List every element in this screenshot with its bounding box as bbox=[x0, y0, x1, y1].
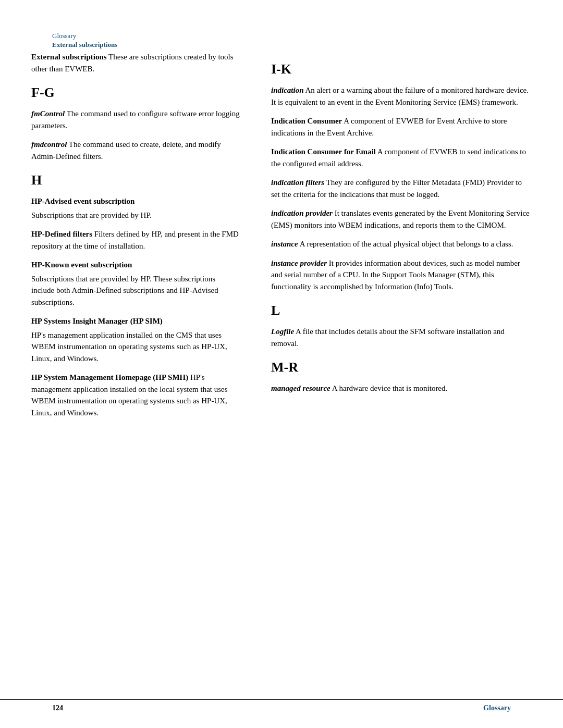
section-header-l: L bbox=[271, 303, 532, 318]
term-indication: indication bbox=[271, 86, 304, 94]
term-logfile: Logfile bbox=[271, 327, 294, 336]
entry-fmcontrol: fmControl The command used to configure … bbox=[31, 108, 240, 131]
entry-indication: indication An alert or a warning about t… bbox=[271, 84, 532, 108]
term-fmcontrol: fmControl bbox=[31, 109, 65, 118]
section-header-mr: M-R bbox=[271, 360, 532, 375]
entry-indication-consumer: Indication Consumer A component of EVWEB… bbox=[271, 115, 532, 139]
entry-hp-known: HP-Known event subscription Subscription… bbox=[31, 259, 240, 308]
entry-indication-filters: indication filters They are configured b… bbox=[271, 177, 532, 200]
subhead-hp-known: HP-Known event subscription bbox=[31, 259, 240, 271]
entry-instance-provider: instance provider It provides informatio… bbox=[271, 257, 532, 293]
term-indication-provider: indication provider bbox=[271, 209, 333, 217]
term-external-subscriptions: External subscriptions bbox=[31, 53, 107, 61]
term-fmdcontrol: fmdcontrol bbox=[31, 140, 67, 149]
section-header-h: H bbox=[31, 172, 240, 188]
term-indication-filters: indication filters bbox=[271, 178, 324, 187]
term-hp-defined-filters: HP-Defined filters bbox=[31, 230, 92, 238]
entry-hp-sim: HP Systems Insight Manager (HP SIM) HP's… bbox=[31, 315, 240, 364]
section-header-ik: I-K bbox=[271, 61, 532, 77]
breadcrumb-current[interactable]: External subscriptions bbox=[52, 41, 117, 48]
entry-hp-advised: HP-Advised event subscription Subscripti… bbox=[31, 195, 240, 221]
term-instance-provider: instance provider bbox=[271, 259, 327, 267]
breadcrumb-parent[interactable]: Glossary bbox=[52, 32, 76, 40]
entry-managed-resource: managed resource A hardware device that … bbox=[271, 382, 532, 394]
breadcrumb: Glossary External subscriptions bbox=[0, 31, 563, 49]
entry-indication-provider: indication provider It translates events… bbox=[271, 207, 532, 231]
body-hp-advised: Subscriptions that are provided by HP. bbox=[31, 209, 240, 221]
footer-glossary-label: Glossary bbox=[483, 704, 511, 712]
term-indication-consumer-email: Indication Consumer for Email bbox=[271, 147, 376, 156]
page-container: Glossary External subscriptions External… bbox=[0, 0, 563, 728]
subhead-hp-sim: HP Systems Insight Manager (HP SIM) bbox=[31, 315, 240, 327]
content-area: External subscriptions These are subscri… bbox=[0, 51, 563, 426]
body-logfile: A file that includes details about the S… bbox=[271, 327, 505, 348]
entry-instance: instance A representation of the actual … bbox=[271, 238, 532, 250]
entry-indication-consumer-email: Indication Consumer for Email A componen… bbox=[271, 146, 532, 169]
entry-hp-smh: HP System Management Homepage (HP SMH) H… bbox=[31, 372, 240, 418]
body-managed-resource: A hardware device that is monitored. bbox=[332, 384, 448, 392]
body-instance: A representation of the actual physical … bbox=[300, 240, 513, 248]
footer-page-number: 124 bbox=[52, 704, 63, 712]
entry-fmdcontrol: fmdcontrol The command used to create, d… bbox=[31, 139, 240, 162]
page-footer: 124 Glossary bbox=[0, 699, 563, 712]
entry-hp-defined-filters: HP-Defined filters Filters defined by HP… bbox=[31, 228, 240, 252]
entry-logfile: Logfile A file that includes details abo… bbox=[271, 326, 532, 349]
body-hp-sim: HP's management application installed on… bbox=[31, 329, 240, 365]
section-header-fg: F-G bbox=[31, 85, 240, 101]
term-hp-smh: HP System Management Homepage (HP SMH) bbox=[31, 373, 188, 381]
left-column: External subscriptions These are subscri… bbox=[31, 51, 261, 426]
right-column: I-K indication An alert or a warning abo… bbox=[261, 51, 532, 426]
entry-external-subscriptions: External subscriptions These are subscri… bbox=[31, 51, 240, 75]
body-indication: An alert or a warning about the failure … bbox=[271, 86, 529, 106]
body-hp-known: Subscriptions that are provided by HP. T… bbox=[31, 273, 240, 309]
term-instance: instance bbox=[271, 240, 298, 248]
term-indication-consumer: Indication Consumer bbox=[271, 117, 342, 125]
subhead-hp-advised: HP-Advised event subscription bbox=[31, 195, 240, 207]
term-managed-resource: managed resource bbox=[271, 384, 331, 392]
